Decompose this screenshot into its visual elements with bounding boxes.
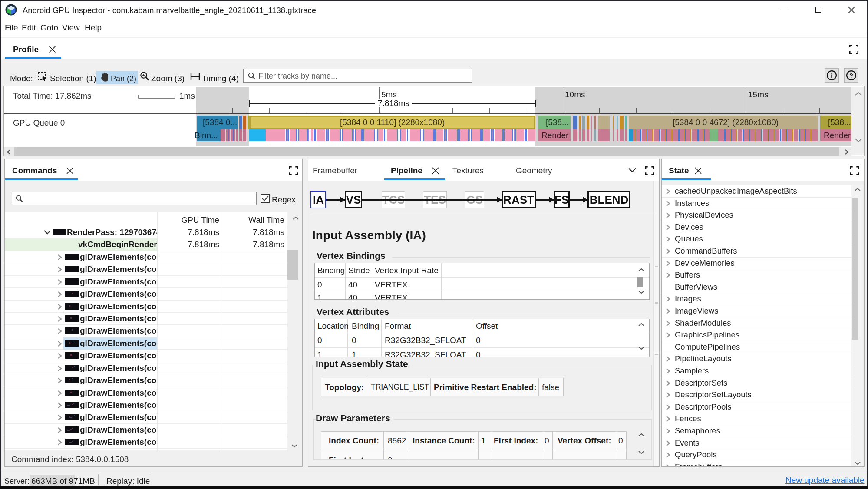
svg-text:?: ? — [849, 72, 853, 79]
